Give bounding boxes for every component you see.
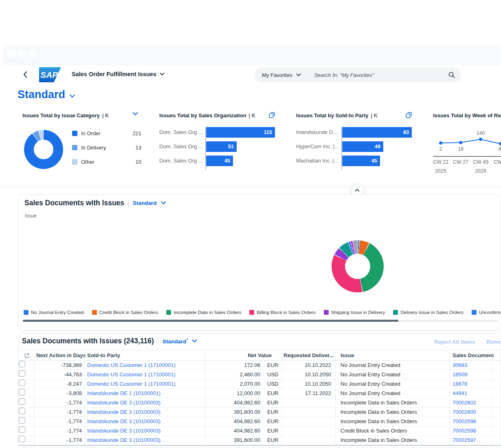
show-details-link[interactable]: Show Details xyxy=(237,446,290,448)
table-section-title: Sales Documents with Issues (243,116) xyxy=(22,337,154,345)
row-checkbox[interactable] xyxy=(19,436,25,442)
cell-next-action: -1,774 xyxy=(34,436,82,445)
column-header-net-value[interactable]: Net Value xyxy=(205,350,272,361)
kpi-legend: In Order 221 In Delivery 13 Other 10 xyxy=(72,130,141,172)
sap-logo: SAP xyxy=(39,67,61,82)
table-row[interactable]: -1,774 Inlandskunde DE 3 (10100003) 404,… xyxy=(19,398,501,408)
bar[interactable]: 49 xyxy=(342,141,383,152)
sales-organization-bar-chart[interactable]: 115 51 45 xyxy=(205,127,275,170)
kpi-expand-button[interactable] xyxy=(132,112,138,116)
sold-to-party-link[interactable]: Domestic US Customer 1 (17100001) xyxy=(87,361,209,370)
bar[interactable]: 45 xyxy=(342,156,380,166)
legend-color-swatch xyxy=(324,310,329,315)
issues-donut-chart[interactable] xyxy=(332,240,384,292)
sold-to-party-link[interactable]: Inlandskunde DE 3 (10100003) xyxy=(87,398,209,407)
sales-document-link[interactable]: 18678 xyxy=(453,380,501,389)
bar[interactable]: 45 xyxy=(206,156,233,166)
table-row[interactable]: -44,763 Domestic US Customer 1 (17100001… xyxy=(19,370,501,380)
row-checkbox[interactable] xyxy=(19,398,25,405)
column-header-sold-to-party[interactable]: Sold-to Party xyxy=(87,350,120,361)
cell-issue: No Journal Entry Created xyxy=(341,370,450,379)
table-row[interactable]: -1,774 Inlandskunde DE 3 (10100003) 404,… xyxy=(19,417,501,426)
legend-color-swatch xyxy=(166,310,171,315)
page-variant-title[interactable]: Standard xyxy=(18,88,75,101)
window-dot xyxy=(7,49,16,58)
legend-item: Other 10 xyxy=(72,158,141,165)
remove-all-items-button[interactable]: Remove All Items xyxy=(486,339,501,345)
open-in-new-window-icon[interactable] xyxy=(406,112,412,118)
issue-category-donut-chart[interactable] xyxy=(24,130,63,169)
cell-next-action: -738,369 xyxy=(34,361,82,370)
search-scope-label: My Favorites xyxy=(262,72,292,78)
sold-to-party-link[interactable]: Inlandskunde DE 3 (10100003) xyxy=(87,426,209,435)
column-header-sales-document[interactable]: Sales Document xyxy=(453,350,494,361)
kpi-tile-week-of-requested-delivery[interactable]: Issues Total by Week of Requested Delive… xyxy=(433,112,501,181)
sales-document-link[interactable]: 44941 xyxy=(453,389,501,398)
table-row[interactable]: -1,774 Inlandskunde DE 3 (10100003) 391,… xyxy=(19,436,501,445)
row-checkbox[interactable] xyxy=(19,361,25,367)
bar-category-label: Dom. Sales Org ... xyxy=(159,141,202,152)
sold-to-party-link[interactable]: Inlandskunde DE 1 (10100001) xyxy=(87,389,209,398)
table-variant-select[interactable]: Standard* xyxy=(163,338,188,345)
kpi-tile-sold-to-party[interactable]: Issues Total by Sold-to Party| K Inlands… xyxy=(296,112,415,181)
week-line-chart[interactable]: 2 16 140 8 CW 22 CW 27 CW 45 CW 48 2025 … xyxy=(433,122,501,183)
column-header-next-action[interactable]: Next Action in Days xyxy=(36,350,86,361)
table-row[interactable]: -738,369 Domestic US Customer 1 (1710000… xyxy=(19,361,501,370)
sold-to-party-link[interactable]: Inlandskunde DE 3 (10100003) xyxy=(87,417,209,426)
row-checkbox[interactable] xyxy=(19,408,25,414)
chevron-down-icon xyxy=(132,112,138,116)
back-button[interactable] xyxy=(21,69,32,80)
legend-color-swatch xyxy=(249,310,254,315)
legend-scrollbar-thumb[interactable] xyxy=(23,320,398,322)
sales-document-link[interactable]: 70002598 xyxy=(453,426,501,435)
legend-label: Shipping Issue in Delivery xyxy=(331,310,385,315)
row-checkbox[interactable] xyxy=(19,389,25,395)
table-row[interactable]: -1,774 Inlandskunde DE 3 (10100003) 404,… xyxy=(19,426,501,436)
app-title[interactable]: Sales Order Fulfillment Issues xyxy=(72,71,165,77)
kpi-tile-sales-organization[interactable]: Issues Total by Sales Organization| K Do… xyxy=(159,112,278,181)
section-divider xyxy=(0,187,501,187)
chart-section-title: Sales Documents with Issues xyxy=(24,199,124,207)
chevron-down-icon[interactable] xyxy=(192,339,197,343)
row-checkbox[interactable] xyxy=(19,417,25,424)
sold-to-party-bar-chart[interactable]: 83 49 45 xyxy=(341,127,412,170)
sold-to-party-link[interactable]: Domestic US Customer 1 (17100001) xyxy=(87,380,209,389)
bar[interactable]: 83 xyxy=(342,127,412,138)
chart-variant-select[interactable]: Standard xyxy=(133,200,157,206)
row-checkbox[interactable] xyxy=(19,426,25,433)
row-checkbox[interactable] xyxy=(19,380,25,386)
table-row[interactable]: -3,808 Inlandskunde DE 1 (10100001) 12,0… xyxy=(19,389,501,398)
sold-to-party-link[interactable]: Domestic US Customer 1 (17100001) xyxy=(87,370,209,379)
window-dot xyxy=(18,49,26,58)
bar[interactable]: 51 xyxy=(206,141,237,152)
search-bar[interactable]: My Favorites Search In: "My Favorites" xyxy=(255,68,461,82)
legend-item: Billing Block in Sales Orders xyxy=(249,310,315,315)
search-icon[interactable] xyxy=(448,71,455,79)
kpi-title: Issues Total by Week of Requested Delive… xyxy=(433,112,501,119)
sales-document-link[interactable]: 70002597 xyxy=(453,436,501,445)
search-scope-select[interactable]: My Favorites xyxy=(262,72,301,78)
cell-net-value: 404,982.60 xyxy=(205,417,260,426)
reject-all-items-button[interactable]: Reject All Items xyxy=(434,339,475,345)
sales-document-link[interactable]: 18509 xyxy=(453,370,501,379)
sales-document-link[interactable]: 70002598 xyxy=(453,417,501,426)
open-in-new-window-icon[interactable] xyxy=(269,112,275,118)
sales-document-link[interactable]: 70002602 xyxy=(453,398,501,407)
search-input[interactable]: Search In: "My Favorites" xyxy=(314,72,448,78)
chevron-down-icon[interactable] xyxy=(161,201,166,205)
kpi-tile-issue-category[interactable]: Issues Total by Issue Category| K In Ord… xyxy=(22,112,141,181)
table-row[interactable]: -8,247 Domestic US Customer 1 (17100001)… xyxy=(19,380,501,389)
navigation-indicator-icon[interactable] xyxy=(24,353,30,358)
column-header-requested-delivery[interactable]: Requested Deliver... xyxy=(283,350,334,361)
sales-document-link[interactable]: 30683 xyxy=(453,361,501,370)
column-header-issue[interactable]: Issue xyxy=(341,350,354,361)
page-variant-label: Standard xyxy=(18,88,65,101)
sold-to-party-link[interactable]: Inlandskunde DE 3 (10100003) xyxy=(87,436,209,445)
sold-to-party-link[interactable]: Inlandskunde DE 3 (10100003) xyxy=(87,408,209,417)
sales-document-link[interactable]: 70002600 xyxy=(453,408,501,417)
legend-item: No Journal Entry Created xyxy=(24,310,84,315)
svg-text:CW 45: CW 45 xyxy=(473,159,488,165)
row-checkbox[interactable] xyxy=(19,370,25,377)
bar[interactable]: 115 xyxy=(206,127,275,138)
table-row[interactable]: -1,774 Inlandskunde DE 3 (10100003) 391,… xyxy=(19,408,501,417)
